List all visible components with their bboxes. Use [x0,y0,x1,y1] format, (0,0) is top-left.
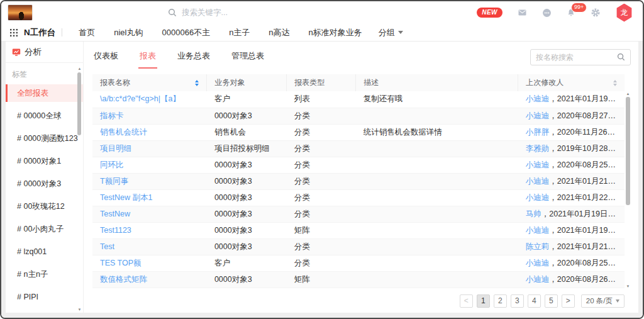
page-button-2[interactable]: 2 [494,294,507,308]
report-name-link[interactable]: \a/b:c*d?e"f<g>h|【a】 [100,94,180,103]
cell-business-object: 客户 [207,91,287,108]
report-name-link[interactable]: TestNew [100,210,130,218]
sidebar-scrollbar[interactable]: ▲ ▼ [77,67,82,311]
editor-link[interactable]: 小迪迪 [526,193,550,202]
page-button-4[interactable]: 4 [528,294,541,308]
page-button-3[interactable]: 3 [511,294,524,308]
editor-link[interactable]: 小迪迪 [526,275,550,284]
page-size-select[interactable]: 20 条/页 [581,294,625,308]
workspace-title[interactable]: N工作台 [24,27,55,38]
chevron-down-icon [616,299,619,303]
editor-link[interactable]: 小迪迪 [526,111,550,120]
sort-icon[interactable] [613,80,617,86]
column-header[interactable]: 上次修改人 [518,74,625,91]
column-header-inner: 报表类型 [294,77,348,88]
cell-last-editor: 小迪迪，2021年01月19日 16:19 [518,222,625,238]
global-search-input[interactable] [182,8,276,17]
sidebar-item-all-reports[interactable]: 全部报表 [6,84,83,102]
mail-icon[interactable] [518,8,527,17]
editor-link[interactable]: 小迪迪 [526,160,550,169]
editor-link[interactable]: 李雅勋 [526,144,550,153]
cell-business-object: 客户 [207,255,287,271]
column-header[interactable]: 描述 [356,74,518,91]
report-name-link[interactable]: TES TOP额 [100,259,142,267]
scroll-down-icon[interactable]: ▼ [77,308,82,311]
nav-item[interactable]: n主子 [229,27,250,38]
sort-icon[interactable] [195,80,199,86]
report-name-link[interactable]: 项目明细 [100,144,131,153]
sidebar-tag-item[interactable]: # 00小肉丸子 [6,218,83,240]
column-header[interactable]: 报表类型 [287,74,356,91]
new-badge[interactable]: NEW [477,8,502,18]
editor-link[interactable]: 小迪迪 [526,226,550,235]
report-name-link[interactable]: 指标卡 [100,111,124,120]
nav-group-dropdown[interactable]: 分组 [379,27,403,38]
page-button-1[interactable]: 1 [477,294,490,308]
editor-link[interactable]: 小迪迪 [526,94,550,103]
sidebar-tag-item[interactable]: # lzq001 [6,240,83,263]
scroll-up-icon[interactable]: ▲ [625,92,631,96]
sidebar-tag-item[interactable]: # 0000对象3 [6,172,83,195]
editor-link[interactable]: 小迪迪 [526,177,550,186]
sidebar-tag-item[interactable]: # 0000测函数123 [6,127,83,150]
editor-link[interactable]: 小迪迪 [526,259,550,267]
cell-business-object: 0000对象3 [207,157,287,173]
cell-business-object: 0000对象3 [207,173,287,189]
company-logo[interactable] [8,4,33,21]
editor-separator: ， [549,193,557,202]
nav-item[interactable]: niel丸钩 [114,27,143,38]
table-row: 同环比0000对象3分类小迪迪，2020年08月25日 02:20 [92,157,625,173]
chat-icon[interactable] [542,8,552,18]
report-name-link[interactable]: 同环比 [100,160,124,169]
modified-date: 2021年01月22日 10:30 [557,193,625,202]
report-name-link[interactable]: Test1123 [100,226,131,235]
nav-item[interactable]: n高达 [269,27,289,38]
next-page-button[interactable]: > [562,294,575,308]
tab-3[interactable]: 管理总表 [230,45,265,69]
cell-report-type: 分类 [287,206,356,222]
tab-0[interactable]: 仪表板 [92,45,119,69]
nav-item[interactable]: 首页 [79,27,95,38]
column-header[interactable]: 报表名称 [92,74,207,91]
sidebar-tag-item[interactable]: # 00000全球 [6,104,83,127]
user-avatar[interactable]: 龙 [616,4,633,22]
editor-link[interactable]: 陈立莉 [526,242,550,251]
sidebar-scroll-thumb[interactable] [77,72,81,135]
bell-icon[interactable]: 99+ [567,8,575,18]
nav-item[interactable]: 0000066不主 [162,27,211,38]
editor-link[interactable]: 马帅 [526,210,541,218]
table-scrollbar[interactable]: ▲ ▼ [625,92,631,288]
report-name-link[interactable]: T额同事 [100,177,128,186]
cell-report-name: TestNew 副本1 [92,189,207,206]
sidebar-tag-item[interactable]: # 00玫瑰花12 [6,195,83,218]
sidebar-tag-item[interactable]: # n主n子 [6,263,83,286]
report-search-input[interactable] [536,53,617,62]
scroll-up-icon[interactable]: ▲ [77,67,82,70]
scroll-down-icon[interactable]: ▼ [625,284,631,288]
table-scroll-thumb[interactable] [626,97,630,205]
sidebar-tag-item[interactable]: # PIPI [6,286,83,308]
prev-page-button[interactable]: < [460,294,473,308]
sidebar-title: 分析 [25,47,42,58]
cell-business-object: 0000对象3 [207,238,287,255]
tab-1[interactable]: 报表 [138,45,157,69]
report-name-link[interactable]: 数值格式矩阵 [100,275,147,284]
cell-description: 统计销售机会数据详情 [356,124,518,140]
search-icon [168,8,177,17]
nav-item[interactable]: n标准对象业务 [309,27,362,38]
tab-2[interactable]: 业务总表 [176,45,211,69]
report-name-link[interactable]: TestNew 副本1 [100,193,152,202]
cell-business-object: 0000对象3 [207,222,287,238]
report-name-link[interactable]: 销售机会统计 [100,128,147,137]
column-header[interactable]: 业务对象 [207,74,287,91]
main-panel: 分析 标签 全部报表 # 00000全球# 0000测函数123# 0000对象… [6,42,638,313]
editor-link[interactable]: 小胖胖 [526,128,550,137]
report-search [530,49,631,65]
sidebar-tag-item[interactable]: # 大海主子 [6,308,83,313]
app-launcher-icon[interactable] [10,29,18,36]
page-button-5[interactable]: 5 [545,294,558,308]
report-name-link[interactable]: Test [100,242,114,251]
gear-icon[interactable] [591,8,601,18]
search-icon[interactable] [617,53,625,61]
sidebar-tag-item[interactable]: # 0000对象1 [6,150,83,172]
